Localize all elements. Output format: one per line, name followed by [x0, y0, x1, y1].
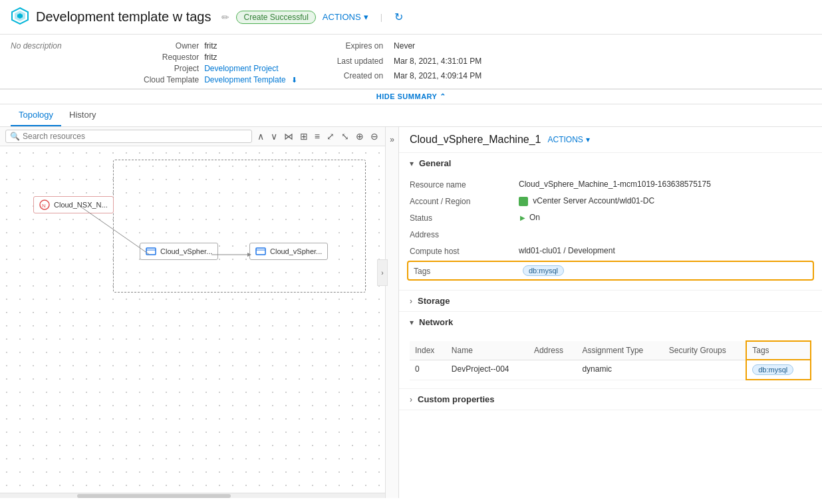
network-section-body: Index Name Address Assignment Type Secur… — [399, 332, 822, 388]
topology-container — [113, 160, 366, 293]
scrollbar-thumb[interactable] — [77, 494, 231, 498]
storage-section-title: Storage — [418, 296, 450, 306]
general-section-header[interactable]: ▾ General — [399, 153, 822, 174]
detail-title: Cloud_vSphere_Machine_1 — [410, 134, 541, 146]
tags-label: Tags — [414, 266, 520, 276]
tab-bar: Topology History — [0, 104, 822, 127]
actions-button[interactable]: ACTIONS ▾ — [323, 12, 368, 22]
col-address: Address — [529, 341, 577, 360]
custom-properties-title: Custom properties — [418, 394, 495, 404]
list-icon[interactable]: ≡ — [313, 130, 321, 143]
row-index: 0 — [410, 360, 446, 380]
expand-icon[interactable]: ⤢ — [325, 130, 336, 143]
topology-canvas: N Cloud_NSX_N... Cloud_vSpher... Cloud_v… — [0, 146, 385, 493]
custom-properties-header[interactable]: › Custom properties — [399, 389, 822, 410]
network-section-header[interactable]: ▾ Network — [399, 312, 822, 332]
collapse-panel[interactable]: » — [386, 127, 399, 498]
network-tag-badge: db:mysql — [752, 364, 793, 375]
compute-host-field: Compute host wld01-clu01 / Development — [410, 243, 811, 259]
row-tags: db:mysql — [746, 360, 811, 380]
svg-rect-5 — [146, 248, 156, 255]
zoom-out-icon[interactable]: ⊖ — [369, 130, 380, 143]
requestor-value: fritz — [204, 53, 297, 62]
hide-summary-button[interactable]: HIDE SUMMARY ⌃ — [0, 89, 822, 104]
account-region-label: Account / Region — [410, 196, 516, 206]
vsphere1-icon — [146, 246, 156, 257]
status-label: Status — [410, 213, 516, 223]
storage-toggle[interactable]: › — [410, 297, 412, 306]
summary-right: Expires on Never Last updated Mar 8, 202… — [337, 41, 481, 84]
cloud-template-label: Cloud Template — [144, 75, 199, 84]
tags-value: db:mysql — [523, 265, 807, 276]
owner-label: Owner — [144, 41, 199, 51]
storage-section: › Storage — [399, 291, 822, 312]
node-vsphere2[interactable]: Cloud_vSpher... — [249, 243, 328, 260]
collapse-chevron[interactable]: » — [390, 135, 394, 144]
node-vsphere1[interactable]: Cloud_vSpher... — [140, 243, 218, 260]
detail-actions-button[interactable]: ACTIONS ▾ — [547, 135, 589, 144]
tab-topology[interactable]: Topology — [11, 104, 61, 126]
expires-value: Never — [394, 41, 481, 51]
nsx-label: Cloud_NSX_N... — [54, 201, 108, 209]
search-icon: 🔍 — [10, 132, 20, 141]
summary-left: No description — [11, 41, 130, 84]
down-icon[interactable]: ∨ — [269, 130, 279, 143]
topology-toolbar: 🔍 ∧ ∨ ⋈ ⊞ ≡ ⤢ ⤡ ⊕ ⊖ — [0, 127, 385, 146]
grid-icon[interactable]: ⊞ — [299, 130, 309, 143]
search-input[interactable] — [23, 132, 247, 141]
collapse-icon[interactable]: ⤡ — [340, 130, 350, 143]
edit-icon[interactable]: ✏ — [221, 12, 229, 23]
last-updated-label: Last updated — [337, 57, 383, 66]
created-value: Mar 8, 2021, 4:09:14 PM — [394, 71, 481, 80]
vsphere2-label: Cloud_vSpher... — [270, 247, 322, 255]
app-header: Development template w tags ✏ Create Suc… — [0, 0, 822, 35]
vsphere2-icon — [255, 246, 266, 257]
summary-meta: Owner fritz Requestor fritz Project Deve… — [144, 41, 297, 84]
general-toggle[interactable]: ▾ — [410, 159, 414, 168]
network-table: Index Name Address Assignment Type Secur… — [410, 340, 811, 380]
vsphere1-label: Cloud_vSpher... — [160, 247, 212, 255]
requestor-label: Requestor — [144, 53, 199, 62]
summary-section: No description Owner fritz Requestor fri… — [0, 35, 822, 104]
account-region-value: vCenter Server Account/wld01-DC — [519, 196, 811, 206]
network-icon[interactable]: ⋈ — [283, 130, 295, 143]
status-value: ▶ On — [519, 213, 811, 222]
col-index: Index — [410, 341, 446, 360]
up-icon[interactable]: ∧ — [256, 130, 265, 143]
account-region-field: Account / Region vCenter Server Account/… — [410, 193, 811, 209]
toolbar-icons: ∧ ∨ ⋈ ⊞ ≡ ⤢ ⤡ ⊕ ⊖ — [256, 130, 380, 143]
row-assignment-type: dynamic — [577, 360, 663, 380]
general-section-body: Resource name Cloud_vSphere_Machine_1-mc… — [399, 174, 822, 290]
col-assignment-type: Assignment Type — [577, 341, 663, 360]
svg-text:N: N — [42, 203, 46, 209]
storage-section-header[interactable]: › Storage — [399, 291, 822, 311]
app-logo — [11, 7, 29, 27]
general-section-title: General — [419, 158, 451, 168]
detail-panel: Cloud_vSphere_Machine_1 ACTIONS ▾ ▾ Gene… — [399, 127, 822, 498]
status-badge: Create Successful — [236, 11, 315, 24]
address-field: Address — [410, 226, 811, 243]
side-collapse-button[interactable]: › — [377, 259, 386, 286]
topology-panel: 🔍 ∧ ∨ ⋈ ⊞ ≡ ⤢ ⤡ ⊕ ⊖ N C — [0, 127, 386, 498]
project-link[interactable]: Development Project — [204, 64, 297, 73]
node-nsx[interactable]: N Cloud_NSX_N... — [33, 196, 114, 213]
row-security-groups — [664, 360, 747, 380]
project-label: Project — [144, 64, 199, 73]
topology-scrollbar[interactable] — [0, 493, 385, 498]
zoom-in-icon[interactable]: ⊕ — [354, 130, 365, 143]
created-label: Created on — [337, 71, 383, 80]
svg-rect-7 — [256, 248, 265, 255]
table-row: 0 DevProject--004 dynamic db:mysql — [410, 360, 811, 380]
custom-properties-toggle[interactable]: › — [410, 395, 412, 404]
tab-history[interactable]: History — [61, 104, 104, 126]
last-updated-value: Mar 8, 2021, 4:31:01 PM — [394, 57, 481, 66]
download-icon[interactable]: ⬇ — [291, 76, 297, 84]
cloud-template-link[interactable]: Development Template — [204, 75, 286, 84]
page-title: Development template w tags — [36, 9, 211, 25]
nsx-icon: N — [39, 199, 50, 210]
refresh-icon[interactable]: ↻ — [394, 11, 403, 23]
search-box[interactable]: 🔍 — [5, 130, 252, 143]
status-field: Status ▶ On — [410, 209, 811, 226]
main-content: 🔍 ∧ ∨ ⋈ ⊞ ≡ ⤢ ⤡ ⊕ ⊖ N C — [0, 127, 822, 498]
network-toggle[interactable]: ▾ — [410, 318, 414, 327]
